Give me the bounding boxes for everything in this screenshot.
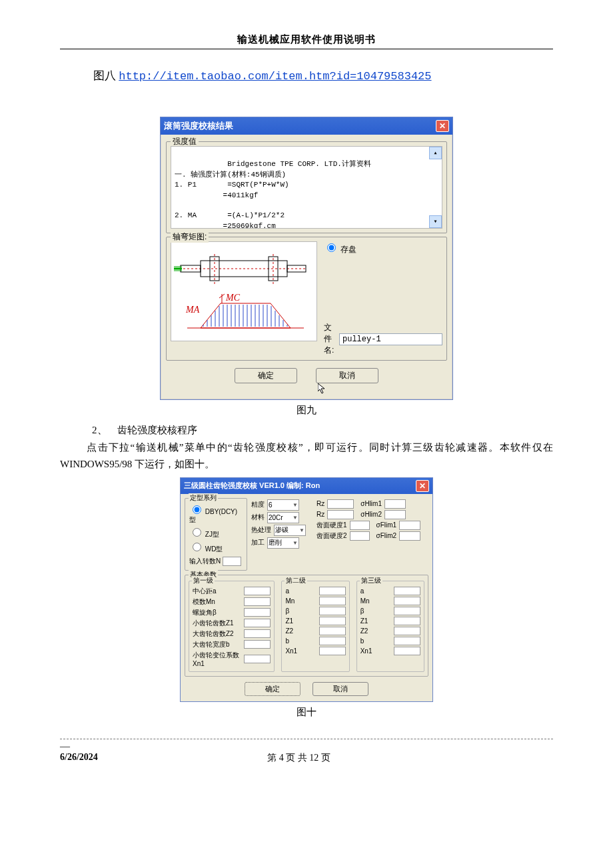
precision-select[interactable]: 6▼ — [267, 499, 299, 511]
fig8-line: 图八 http://item.taobao.com/item.htm?id=10… — [93, 68, 553, 83]
svg-marker-37 — [318, 383, 324, 393]
diagram-mc-label: MC — [225, 293, 241, 303]
series-opt-zj[interactable]: ZJ型 — [189, 526, 243, 539]
s2-beta-field[interactable] — [319, 607, 346, 615]
save-radio[interactable] — [327, 243, 336, 252]
shlim2-field[interactable] — [384, 510, 406, 519]
ok-button[interactable]: 确定 — [235, 368, 297, 383]
series-legend: 定型系列 — [189, 493, 218, 503]
s3-xn1-label: Xn1 — [360, 647, 394, 655]
cancel-button[interactable]: 取消 — [312, 682, 368, 696]
dialog9-titlebar: 滚筒强度校核结果 ✕ — [161, 117, 452, 135]
scroll-up-button[interactable]: ▴ — [429, 147, 442, 159]
dialog-fig10: 三级圆柱齿轮强度校核 VER1.0 编制: Ron ✕ 定型系列 DBY(DCY… — [180, 477, 433, 702]
input-n-field[interactable] — [223, 557, 241, 566]
s1-mn-field[interactable] — [244, 597, 271, 606]
stage3-legend: 第三级 — [360, 576, 382, 585]
material-select[interactable]: 20Cr▼ — [267, 512, 299, 523]
hard1-field[interactable] — [350, 521, 370, 530]
s3-z2-field[interactable] — [394, 627, 420, 635]
heat-select[interactable]: 渗碳▼ — [274, 525, 306, 536]
s3-b-label: b — [360, 637, 394, 645]
svg-marker-12 — [201, 303, 291, 328]
s3-z1-field[interactable] — [394, 617, 420, 625]
s2-z1-field[interactable] — [319, 617, 346, 625]
dialog10-title-text: 三级圆柱齿轮强度校核 VER1.0 编制: Ron — [184, 481, 320, 491]
stage2-col: 第二级 a Mn β Z1 Z2 b Xn1 — [281, 581, 349, 672]
s1-a-field[interactable] — [244, 587, 271, 595]
process-column: 精度 6▼ 材料 20Cr▼ 热处理 渗碳▼ 加工 磨削▼ — [251, 498, 312, 571]
fig8-prefix: 图八 — [93, 69, 116, 82]
s3-a-field[interactable] — [394, 587, 420, 595]
s2-mn-field[interactable] — [319, 597, 346, 605]
fig9-caption: 图九 — [60, 404, 553, 417]
calc-output-textbox[interactable]: Bridgestone TPE CORP. LTD.计算资料 一. 轴强度计算(… — [171, 146, 442, 229]
fieldset-diagram: 轴弯矩图: — [166, 237, 447, 361]
footer-date: 6/26/2024 — [60, 752, 98, 764]
s3-mn-field[interactable] — [394, 597, 420, 605]
footer-dash: — — [60, 741, 553, 752]
hard2-field[interactable] — [350, 531, 370, 541]
scroll-down-button[interactable]: ▾ — [429, 215, 442, 228]
shlim2-label: σHlim2 — [360, 511, 382, 518]
save-radio-label[interactable]: 存盘 — [324, 245, 356, 254]
close-icon[interactable]: ✕ — [436, 120, 449, 132]
s1-mn-label: 模数Mn — [193, 597, 244, 607]
sflim1-field[interactable] — [399, 521, 420, 530]
s2-z2-field[interactable] — [319, 627, 346, 635]
s3-z1-label: Z1 — [360, 617, 394, 625]
ok-button[interactable]: 确定 — [245, 682, 301, 696]
s3-beta-field[interactable] — [394, 607, 420, 615]
s1-beta-field[interactable] — [244, 608, 271, 617]
series-opt-dby[interactable]: DBY(DCY)型 — [189, 503, 243, 525]
rz2-field[interactable] — [327, 510, 354, 519]
s3-xn1-field[interactable] — [394, 647, 420, 655]
machining-select[interactable]: 磨削▼ — [267, 537, 299, 549]
s2-z1-label: Z1 — [285, 617, 318, 625]
s2-a-label: a — [285, 587, 318, 595]
cursor-icon — [318, 383, 328, 394]
shlim1-field[interactable] — [384, 499, 406, 509]
s2-b-field[interactable] — [319, 637, 346, 645]
filename-label: 文件名: — [324, 322, 335, 356]
dialog-fig9: 滚筒强度校核结果 ✕ 强度值 Bridgestone TPE CORP. LTD… — [160, 117, 453, 400]
series-radio-wd[interactable] — [193, 543, 201, 551]
dialog10-titlebar: 三级圆柱齿轮强度校核 VER1.0 编制: Ron ✕ — [181, 478, 432, 494]
chevron-down-icon: ▼ — [293, 540, 298, 546]
s1-z2-field[interactable] — [244, 629, 271, 638]
input-n-label: 输入转数N — [189, 557, 221, 566]
series-group: 定型系列 DBY(DCY)型 ZJ型 WD型 输入转数N — [185, 498, 247, 571]
hard1-label: 齿面硬度1 — [316, 521, 347, 530]
footer-pager: 第 4 页 共 12 页 — [98, 752, 500, 764]
s1-xn1-field[interactable] — [244, 655, 271, 663]
section2-paragraph: 点击下拉“输送机械”菜单中的“齿轮强度校核”，即可运行。同时计算三级齿轮减速器。… — [60, 439, 553, 473]
section2-heading: 2、 齿轮强度校核程序 — [60, 422, 553, 439]
series-opt-wd[interactable]: WD型 — [189, 541, 243, 554]
s2-xn1-field[interactable] — [319, 647, 346, 655]
s1-z1-field[interactable] — [244, 619, 271, 627]
sflim2-label: σFlim2 — [376, 532, 397, 539]
save-radio-text: 存盘 — [340, 245, 356, 254]
s1-beta-label: 螺旋角β — [193, 608, 244, 617]
filename-input[interactable] — [339, 333, 442, 345]
fig8-link[interactable]: http://item.taobao.com/item.htm?id=10479… — [119, 70, 431, 83]
footer-separator — [60, 739, 553, 739]
s2-a-field[interactable] — [319, 587, 346, 595]
s2-mn-label: Mn — [285, 597, 318, 605]
shlim1-label: σHlim1 — [360, 500, 382, 507]
rz1-label: Rz — [316, 500, 324, 507]
heat-label: 热处理 — [251, 525, 271, 535]
s1-b-field[interactable] — [244, 640, 271, 649]
rz1-field[interactable] — [327, 499, 354, 509]
s3-b-field[interactable] — [394, 637, 420, 645]
cancel-button[interactable]: 取消 — [316, 368, 378, 383]
sflim2-field[interactable] — [399, 531, 420, 541]
series-radio-zj[interactable] — [193, 528, 201, 537]
close-icon[interactable]: ✕ — [416, 480, 429, 492]
moment-diagram-svg: MC MA — [174, 245, 314, 338]
s1-z1-label: 小齿轮齿数Z1 — [193, 619, 244, 628]
s2-z2-label: Z2 — [285, 627, 318, 635]
stage1-legend: 第一级 — [192, 576, 215, 585]
series-radio-dby[interactable] — [193, 505, 201, 514]
chevron-down-icon: ▼ — [293, 515, 298, 521]
